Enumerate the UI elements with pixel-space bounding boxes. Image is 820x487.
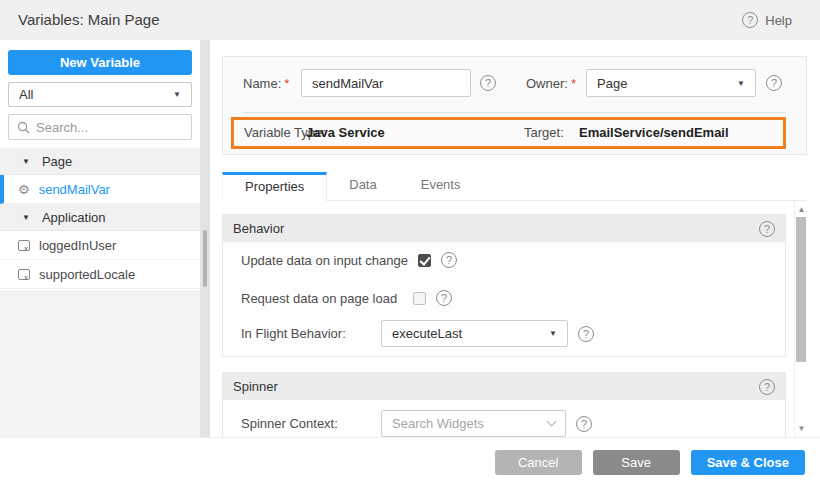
name-field[interactable] [301,69,471,97]
tree-item-label: loggedInUser [39,238,116,253]
editor-tabs: Properties Data Events [222,172,807,201]
chevron-down-icon: ▼ [173,90,181,99]
dialog-header: Variables: Main Page ? Help [0,0,820,40]
help-button[interactable]: ? Help [742,0,792,40]
request-data-checkbox[interactable] [413,292,426,305]
service-variable-icon: ⚙ [18,183,30,196]
update-data-label: Update data on input change [241,253,408,268]
behavior-section: Behavior ? Update data on input change ?… [222,214,786,357]
sidebar-scrollbar-thumb[interactable] [203,230,207,287]
spinner-context-row: Spinner Context: Search Widgets ? [241,410,592,437]
required-asterisk: * [571,76,576,91]
in-flight-help-icon[interactable]: ? [578,326,594,342]
search-input[interactable]: Search... [8,114,192,140]
in-flight-select[interactable]: executeLast ▼ [381,320,568,347]
search-placeholder: Search... [36,120,88,135]
request-data-row: Request data on page load ? [241,290,452,306]
variable-filter-select[interactable]: All ▼ [8,82,192,107]
new-variable-button[interactable]: New Variable [8,50,192,75]
tree-group-application[interactable]: ▼ Application [0,204,200,231]
variable-type-highlight-box: Variable Type: Java Service Target: Emai… [231,117,786,149]
tree-group-label: Page [42,154,72,169]
search-icon [17,121,30,134]
properties-scrollbar[interactable]: ▲ ▼ [794,201,807,437]
spinner-context-help-icon[interactable]: ? [576,416,592,432]
spinner-section-header: Spinner ? [223,373,785,400]
owner-help-icon[interactable]: ? [766,75,782,91]
card-divider [243,112,786,113]
tab-events[interactable]: Events [399,172,483,200]
save-button[interactable]: Save [593,450,680,475]
spinner-section: Spinner ? Spinner Context: Search Widget… [222,372,786,437]
owner-label: Owner:* [526,76,576,91]
name-help-icon[interactable]: ? [480,75,496,91]
variables-dialog: Variables: Main Page ? Help New Variable… [0,0,820,487]
variables-sidebar: New Variable All ▼ Search... ▼ Page ⚙ se… [0,40,200,437]
tree-item-label: supportedLocale [39,267,135,282]
variable-summary-card: Name:* ? Owner:* Page ▼ ? Variable Type:… [222,56,807,155]
chevron-down-icon: ▼ [549,329,557,338]
behavior-section-header: Behavior ? [223,215,785,242]
in-flight-row: In Flight Behavior: executeLast ▼ ? [241,320,594,347]
page-title: Variables: Main Page [18,0,159,40]
request-data-label: Request data on page load [241,291,403,306]
variable-type-value: Java Service [306,125,385,140]
help-label: Help [765,13,792,28]
variable-editor: Name:* ? Owner:* Page ▼ ? Variable Type:… [210,40,820,437]
model-variable-icon [18,240,30,251]
variables-tree: ▼ Page ⚙ sendMailVar ▼ Application logge… [0,148,200,289]
properties-panel: Behavior ? Update data on input change ?… [222,201,790,437]
spinner-context-label: Spinner Context: [241,416,371,431]
in-flight-label: In Flight Behavior: [241,326,371,341]
tree-group-page[interactable]: ▼ Page [0,148,200,175]
tree-item-label: sendMailVar [39,182,110,197]
tree-item-loggedinuser[interactable]: loggedInUser [0,231,200,260]
spinner-context-select[interactable]: Search Widgets [381,410,566,437]
required-asterisk: * [284,76,289,91]
help-icon: ? [742,12,758,28]
update-data-row: Update data on input change ? [241,252,457,268]
scrollbar-thumb[interactable] [796,217,806,362]
spinner-context-placeholder: Search Widgets [392,416,548,431]
in-flight-selected-value: executeLast [392,326,549,341]
chevron-down-icon [547,417,557,427]
caret-down-icon: ▼ [22,213,30,222]
spinner-help-icon[interactable]: ? [759,379,775,395]
sidebar-divider [200,40,210,437]
owner-select[interactable]: Page ▼ [586,69,756,97]
behavior-title: Behavior [233,221,759,236]
target-label: Target: [524,125,564,140]
scroll-up-icon[interactable]: ▲ [795,203,808,216]
tab-properties[interactable]: Properties [222,172,327,201]
name-label: Name:* [243,76,289,91]
tab-data[interactable]: Data [327,172,398,200]
tree-group-label: Application [42,210,106,225]
behavior-help-icon[interactable]: ? [759,221,775,237]
dialog-footer: Cancel Save Save & Close [0,437,820,487]
caret-down-icon: ▼ [22,157,30,166]
tree-item-supportedlocale[interactable]: supportedLocale [0,260,200,289]
filter-selected-value: All [19,87,173,102]
chevron-down-icon: ▼ [737,79,745,88]
request-data-help-icon[interactable]: ? [436,290,452,306]
spinner-title: Spinner [233,379,759,394]
tree-item-sendmailvar[interactable]: ⚙ sendMailVar [0,175,200,204]
update-data-help-icon[interactable]: ? [441,252,457,268]
owner-selected-value: Page [597,76,737,91]
target-value: EmailService/sendEmail [579,125,729,140]
scroll-down-icon[interactable]: ▼ [795,422,808,435]
save-and-close-button[interactable]: Save & Close [691,450,805,475]
cancel-button[interactable]: Cancel [495,450,582,475]
update-data-checkbox[interactable] [418,254,431,267]
model-variable-icon [18,269,30,280]
